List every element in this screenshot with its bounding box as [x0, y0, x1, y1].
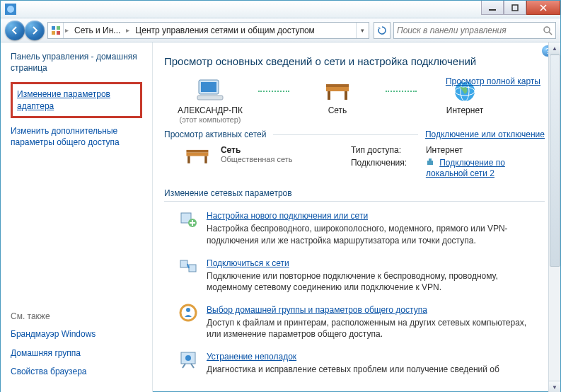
titlebar [1, 1, 560, 18]
svg-rect-13 [326, 87, 349, 91]
highlighted-box: Изменение параметров адаптера [11, 82, 142, 117]
task-desc: Доступ к файлам и принтерам, расположенн… [207, 317, 539, 340]
network-node[interactable]: Сеть [291, 77, 383, 115]
svg-rect-11 [201, 82, 216, 92]
task-desc: Диагностика и исправление сетевых пробле… [207, 364, 499, 375]
svg-line-9 [549, 32, 552, 35]
svg-rect-16 [345, 91, 347, 100]
access-type-value: Интернет [426, 145, 545, 155]
sidebar: Панель управления - домашняя страница Из… [1, 42, 153, 392]
lan-icon [426, 158, 434, 168]
connect-disconnect-link[interactable]: Подключение или отключение [425, 129, 545, 139]
bench-icon [322, 77, 353, 105]
active-networks-header: Просмотр активных сетей [164, 129, 266, 139]
task-item: Настройка нового подключения или сети На… [178, 209, 545, 246]
access-type-label: Тип доступа: [351, 145, 422, 155]
address-bar[interactable]: ▸ Сеть и Ин... ▸ Центр управления сетями… [47, 22, 369, 39]
connection-link[interactable]: Подключение по локальной сети 2 [426, 158, 505, 178]
maximize-button[interactable] [504, 1, 526, 15]
search-input[interactable] [397, 25, 540, 35]
svg-point-33 [185, 355, 191, 361]
this-computer-node[interactable]: АЛЕКСАНДР-ПК (этот компьютер) [164, 77, 256, 124]
change-adapter-settings-link[interactable]: Изменение параметров адаптера [17, 89, 110, 110]
svg-point-31 [186, 308, 190, 312]
svg-rect-23 [204, 156, 207, 163]
network-type: Общественная сеть [221, 155, 341, 163]
svg-rect-2 [489, 9, 496, 11]
search-icon [543, 25, 553, 35]
network-name: Сеть [221, 145, 341, 155]
svg-point-1 [7, 6, 14, 13]
task-item: Выбор домашней группы и параметров общег… [178, 303, 545, 340]
svg-rect-7 [57, 31, 60, 35]
chevron-right-icon[interactable]: ▸ [64, 26, 70, 34]
homegroup-link[interactable]: Домашняя группа [11, 347, 142, 359]
task-link[interactable]: Настройка нового подключения или сети [207, 211, 368, 221]
connection-line-icon [383, 77, 419, 105]
network-panel-icon [48, 23, 64, 38]
troubleshoot-icon [178, 350, 198, 369]
close-button[interactable] [526, 1, 560, 15]
forward-button[interactable] [25, 21, 45, 40]
task-link[interactable]: Выбор домашней группы и параметров общег… [207, 305, 427, 315]
svg-rect-22 [187, 156, 190, 163]
connect-network-icon [178, 256, 198, 276]
computer-name: АЛЕКСАНДР-ПК [178, 105, 243, 115]
svg-point-8 [544, 27, 550, 33]
svg-rect-21 [186, 150, 208, 152]
svg-rect-12 [197, 96, 223, 100]
back-button[interactable] [5, 21, 25, 40]
homegroup-icon [178, 303, 198, 323]
svg-rect-20 [186, 152, 208, 156]
bench-icon [184, 145, 211, 171]
search-box[interactable] [393, 22, 556, 39]
firewall-link[interactable]: Брандмауэр Windows [11, 328, 142, 340]
network-label: Сеть [328, 105, 347, 115]
control-panel-home-link[interactable]: Панель управления - домашняя страница [11, 51, 142, 74]
scrollbar[interactable]: ▲ ▼ [548, 42, 560, 392]
scroll-up-button[interactable]: ▲ [549, 42, 560, 54]
address-dropdown[interactable]: ▾ [356, 23, 369, 38]
page-title: Просмотр основных сведений о сети и наст… [164, 55, 545, 67]
svg-rect-29 [189, 265, 196, 272]
svg-rect-4 [52, 26, 55, 30]
connection-line-icon [256, 77, 291, 105]
app-icon [5, 4, 16, 15]
nav-bar: ▸ Сеть и Ин... ▸ Центр управления сетями… [1, 18, 560, 42]
svg-point-30 [180, 305, 196, 321]
scroll-down-button[interactable]: ▼ [549, 381, 560, 392]
new-connection-icon [178, 209, 198, 229]
svg-rect-25 [429, 158, 432, 161]
breadcrumb-item[interactable]: Сеть и Ин... [70, 23, 125, 38]
svg-rect-24 [427, 161, 433, 165]
svg-rect-28 [180, 260, 187, 267]
chevron-right-icon[interactable]: ▸ [125, 26, 131, 34]
connections-label: Подключения: [351, 158, 422, 178]
active-network-item: Сеть Общественная сеть Тип доступа: Инте… [184, 145, 545, 178]
task-link[interactable]: Устранение неполадок [207, 352, 296, 362]
main-panel: ? Просмотр основных сведений о сети и на… [153, 42, 560, 392]
scroll-thumb[interactable] [550, 54, 560, 267]
task-link[interactable]: Подключиться к сети [207, 258, 289, 268]
this-computer-label: (этот компьютер) [179, 115, 241, 124]
task-desc: Подключение или повторное подключение к … [207, 270, 539, 293]
svg-rect-3 [512, 5, 518, 11]
internet-label: Интернет [446, 105, 483, 115]
task-item: Подключиться к сети Подключение или повт… [178, 256, 545, 293]
minimize-button[interactable] [481, 1, 504, 15]
svg-rect-14 [326, 84, 349, 87]
svg-rect-6 [52, 31, 55, 35]
view-full-map-link[interactable]: Просмотр полной карты [446, 76, 540, 86]
svg-rect-15 [328, 91, 330, 100]
change-settings-header: Изменение сетевых параметров [164, 188, 545, 202]
task-desc: Настройка беспроводного, широкополосного… [207, 223, 539, 246]
refresh-button[interactable] [374, 22, 391, 39]
see-also-label: См. также [11, 311, 142, 321]
browser-properties-link[interactable]: Свойства браузера [11, 366, 142, 377]
breadcrumb-item[interactable]: Центр управления сетями и общим доступом [131, 23, 319, 38]
svg-rect-5 [57, 26, 60, 30]
computer-icon [195, 77, 226, 105]
advanced-sharing-link[interactable]: Изменить дополнительные параметры общего… [11, 125, 142, 148]
task-item: Устранение неполадок Диагностика и испра… [178, 350, 545, 375]
